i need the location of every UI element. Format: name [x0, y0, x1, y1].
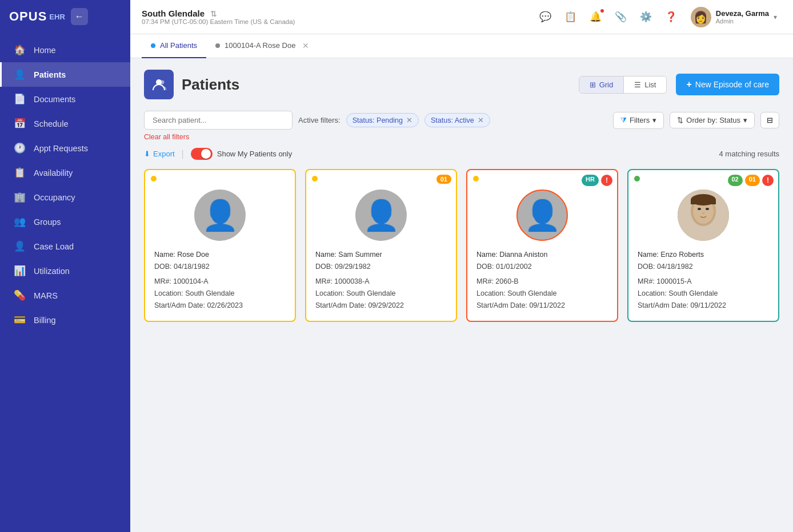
back-button[interactable]: ← [71, 8, 88, 25]
sidebar-item-billing[interactable]: 💳 Billing [0, 308, 130, 332]
avatar-circle [678, 190, 729, 241]
card-badges: HR ! [582, 175, 612, 186]
topbar: South Glendale ⇅ 07:34 PM (UTC-05:00) Ea… [130, 0, 793, 34]
patient-card[interactable]: HR ! 👤 Name: Dianna Aniston DOB: 01/01/2… [466, 169, 618, 322]
location-name: South Glendale [142, 9, 205, 18]
status-dot [473, 176, 479, 182]
silhouette-icon: 👤 [202, 198, 239, 233]
sidebar-item-documents[interactable]: 📄 Documents [0, 87, 130, 111]
filter-chip-close[interactable]: ✕ [406, 116, 412, 124]
card-badges: 01 [436, 175, 451, 184]
page-header: Patients ⊞ Grid ☰ List + New Episode of … [144, 70, 779, 99]
sidebar-item-caseload[interactable]: 👤 Case Load [0, 234, 130, 259]
divider: | [182, 149, 184, 159]
sidebar-item-utilization[interactable]: 📊 Utilization [0, 259, 130, 283]
tab-all-patients[interactable]: All Patients [142, 34, 206, 58]
patient-name: Name: Dianna Aniston [476, 249, 608, 261]
order-chevron: ▾ [743, 116, 747, 124]
sidebar-item-label: Appt Requests [34, 144, 88, 153]
filter-chevron: ▾ [652, 116, 656, 124]
active-filters-label: Active filters: [298, 116, 341, 124]
silhouette-icon: 👤 [524, 198, 561, 233]
results-count: 4 matching results [719, 150, 780, 158]
clipboard-button[interactable]: 📎 [611, 7, 631, 27]
sidebar-item-label: Utilization [34, 267, 70, 276]
sidebar-item-availability[interactable]: 📋 Availability [0, 160, 130, 185]
patient-card[interactable]: 01 👤 Name: Sam Summer DOB: 09/29/1982 MR… [305, 169, 457, 322]
sidebar-item-label: Case Load [34, 242, 74, 251]
utilization-icon: 📊 [13, 265, 26, 277]
patient-avatar [638, 190, 769, 241]
patients-icon: 👤 [13, 68, 26, 80]
column-settings-button[interactable]: ⊟ [760, 112, 779, 128]
patient-avatar: 👤 [315, 190, 447, 241]
filters-right: ⧩ Filters ▾ ⇅ Order by: Status ▾ ⊟ [613, 112, 779, 129]
user-name: Deveza, Garma [716, 9, 769, 18]
chat-button[interactable]: 💬 [535, 7, 556, 27]
main-area: South Glendale ⇅ 07:34 PM (UTC-05:00) Ea… [130, 0, 793, 532]
grid-view-button[interactable]: ⊞ Grid [579, 76, 624, 93]
export-button[interactable]: ⬇ Export [144, 150, 175, 158]
sidebar-item-patients[interactable]: 👤 Patients [0, 62, 130, 87]
help-button[interactable]: ❓ [661, 7, 682, 27]
patient-name: Name: Rose Doe [154, 249, 286, 261]
toggle-switch[interactable] [191, 148, 213, 160]
patient-avatar: 👤 [476, 190, 608, 241]
toggle-knob [201, 149, 211, 159]
tab-dot [215, 43, 220, 48]
sidebar-item-mars[interactable]: 💊 MARS [0, 283, 130, 308]
grid-icon: ⊞ [590, 80, 596, 89]
settings-button[interactable]: ⚙️ [636, 7, 656, 27]
order-by-button[interactable]: ⇅ Order by: Status ▾ [670, 112, 755, 128]
patient-avatar: 👤 [154, 190, 286, 241]
filter-chip-close[interactable]: ✕ [478, 116, 484, 124]
sidebar-item-label: Documents [34, 95, 75, 104]
patient-card[interactable]: 👤 Name: Rose Doe DOB: 04/18/1982 MR#: 10… [144, 169, 296, 322]
svg-rect-8 [691, 200, 716, 204]
sidebar-item-occupancy[interactable]: 🏢 Occupancy [0, 185, 130, 209]
sidebar-item-label: Occupancy [34, 193, 75, 202]
appt-icon: 🕐 [13, 142, 26, 154]
tab-rose-doe[interactable]: 1000104-A Rose Doe ✕ [206, 34, 318, 58]
clear-all-filters[interactable]: Clear all filters [144, 133, 779, 141]
home-icon: 🏠 [13, 44, 26, 56]
status-dot [151, 176, 157, 182]
list-view-button[interactable]: ☰ List [624, 76, 666, 93]
badge-alert: ! [601, 175, 612, 186]
chevron-down-icon: ▾ [774, 13, 777, 21]
patient-card[interactable]: 02 01 ! [627, 169, 779, 322]
patient-mr: MR#: 1000104-A [154, 276, 286, 288]
occupancy-icon: 🏢 [13, 191, 26, 203]
avatar-circle: 👤 [194, 190, 246, 241]
page-content: Patients ⊞ Grid ☰ List + New Episode of … [130, 58, 793, 532]
patient-dob: DOB: 09/29/1982 [315, 261, 447, 273]
avatar: 👩 [691, 7, 711, 27]
filters-button[interactable]: ⧩ Filters ▾ [613, 112, 664, 129]
sidebar-item-appt-requests[interactable]: 🕐 Appt Requests [0, 136, 130, 160]
logo-ehr: EHR [49, 13, 65, 21]
page-icon [144, 70, 174, 99]
sidebar-item-schedule[interactable]: 📅 Schedule [0, 111, 130, 136]
badge-01: 01 [436, 175, 451, 184]
sidebar-item-home[interactable]: 🏠 Home [0, 38, 130, 62]
new-episode-button[interactable]: + New Episode of care [676, 74, 779, 95]
view-toggle: ⊞ Grid ☰ List [579, 76, 667, 94]
patient-dob: DOB: 04/18/1982 [638, 261, 769, 273]
search-input[interactable] [144, 111, 293, 130]
patient-start-date: Start/Adm Date: 02/26/2023 [154, 300, 286, 312]
documents-icon: 📄 [13, 93, 26, 105]
patient-info: Name: Sam Summer DOB: 09/29/1982 MR#: 10… [315, 249, 447, 312]
columns-icon: ⊟ [767, 116, 773, 124]
sidebar-item-label: Availability [34, 168, 73, 178]
page-title: Patients [182, 76, 579, 94]
location-dropdown-icon[interactable]: ⇅ [210, 9, 217, 18]
notifications-button[interactable]: 🔔 [586, 7, 606, 27]
mars-icon: 💊 [13, 289, 26, 301]
schedule-icon: 📅 [13, 118, 26, 130]
location-info: South Glendale ⇅ 07:34 PM (UTC-05:00) Ea… [142, 9, 527, 25]
sidebar-item-groups[interactable]: 👥 Groups [0, 209, 130, 234]
user-section[interactable]: 👩 Deveza, Garma Admin ▾ [686, 5, 782, 30]
notes-button[interactable]: 📋 [560, 7, 581, 27]
tab-close-icon[interactable]: ✕ [302, 41, 309, 50]
silhouette-icon: 👤 [363, 198, 400, 233]
